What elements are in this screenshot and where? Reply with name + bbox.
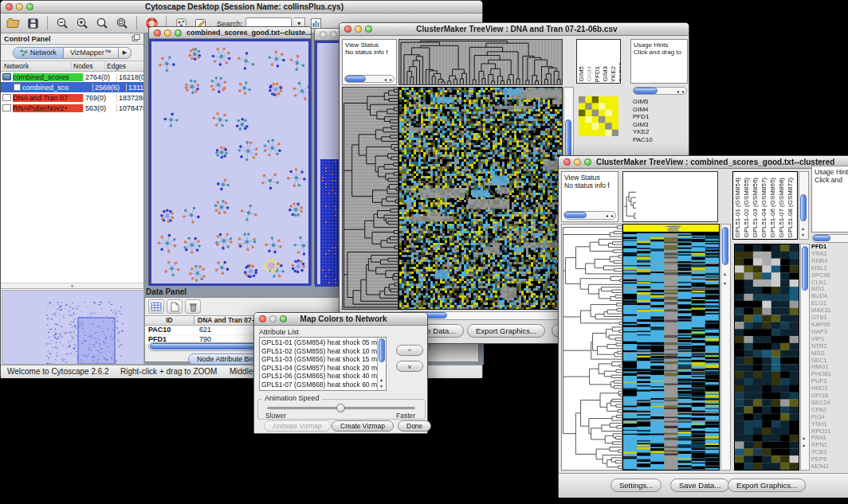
save-session-button[interactable] (24, 15, 41, 31)
tv1-export-graphics-button[interactable]: Export Graphics... (467, 324, 545, 338)
column-label[interactable]: YKE2 (610, 66, 617, 82)
network-list-row[interactable]: combined_scores 2764(0) 16218(0) (1, 72, 143, 82)
gene-label[interactable]: GIM3 (633, 121, 687, 129)
network-list-row[interactable]: RNAPuberNov2+ 563(0) 107847(0) (1, 103, 143, 113)
tv2-heatmap[interactable] (622, 224, 720, 471)
new-attribute-icon[interactable] (167, 299, 183, 314)
done-button[interactable]: Done (398, 420, 431, 432)
tab-more-icon[interactable]: ▶ (119, 47, 132, 59)
tv1-labels-hscrollbar[interactable]: ◂ ▸ (633, 87, 687, 95)
gene-label[interactable]: GIM5 (633, 98, 687, 106)
zoom-fit-button[interactable] (113, 15, 131, 31)
tv2-usage-hscrollbar[interactable] (812, 234, 848, 243)
treeview1-titlebar[interactable]: ClusterMaker TreeView : DNA and Tran 07-… (340, 23, 689, 36)
tv2-heatmap-vscrollbar[interactable]: ▴ ▾ (720, 224, 731, 471)
move-up-button[interactable]: ^ (396, 345, 423, 356)
network-canvas[interactable] (149, 39, 311, 286)
treeview2-titlebar[interactable]: ClusterMaker TreeView : combined_scores_… (559, 156, 848, 169)
tab-network[interactable]: Network (13, 47, 64, 59)
scroll-left-icon[interactable]: ◂ (677, 88, 679, 95)
attribute-list-item[interactable]: GPL51-01 (GSM854) heat shock 05 min (261, 338, 384, 347)
zoom-button[interactable] (280, 315, 287, 322)
float-panel-icon[interactable] (132, 34, 140, 44)
tv1-heatmap[interactable] (398, 87, 563, 310)
gene-label[interactable]: GIM4 (633, 106, 687, 114)
tv2-row-dendrogram[interactable] (561, 224, 622, 471)
attribute-list-item[interactable]: GPL51-04 (GSM857) heat shock 20 min (261, 364, 384, 373)
zoom-button[interactable] (365, 25, 372, 33)
scroll-down-icon[interactable]: ▾ (803, 443, 805, 449)
attribute-list-vscrollbar[interactable]: ▴ ▾ (377, 338, 386, 390)
scroll-left-icon[interactable]: ◂ (384, 76, 387, 83)
minimize-button[interactable] (16, 3, 23, 10)
close-button[interactable] (344, 25, 351, 33)
slider-thumb[interactable] (336, 404, 345, 412)
scroll-left-icon[interactable]: ◂ (606, 213, 608, 219)
attribute-list-item[interactable]: GPL51-03 (GSM856) heat shock 15 min (261, 355, 384, 364)
scroll-right-icon[interactable]: ▸ (390, 76, 392, 83)
column-label[interactable]: GPL51-01 (GSM854) (734, 178, 741, 238)
scroll-down-icon[interactable]: ▾ (380, 383, 383, 389)
attribute-select-icon[interactable] (148, 299, 164, 314)
gene-label[interactable]: MON2 (811, 463, 848, 471)
zoom-in-button[interactable] (73, 15, 91, 31)
zoom-button[interactable] (175, 29, 182, 37)
minimize-button[interactable] (355, 25, 362, 33)
tv2-gene-vscrollbar[interactable]: ▴ ▾ (800, 244, 810, 471)
tv1-status-hscrollbar[interactable]: ◂ ▸ (344, 75, 395, 83)
minimize-button[interactable] (330, 31, 337, 38)
minimize-button[interactable] (574, 158, 581, 166)
close-button[interactable] (320, 31, 327, 38)
network-list-row[interactable]: combined_sco 2569(6) 13112(15) (1, 82, 143, 92)
tv2-export-graphics-button[interactable]: Export Graphics... (728, 479, 806, 492)
attribute-list-item[interactable]: GPL51-06 (GSM865) heat shock 40 min (261, 372, 384, 381)
column-label[interactable]: GPL51-08 (GSM872) (787, 178, 794, 238)
scroll-down-icon[interactable]: ▾ (802, 232, 804, 238)
gene-label[interactable]: PFD1 (633, 113, 687, 121)
close-button[interactable] (259, 315, 266, 322)
network-overview-canvas[interactable] (2, 290, 144, 365)
main-titlebar[interactable]: Cytoscape Desktop (Session Name: collins… (1, 1, 482, 14)
gene-label[interactable]: PAC10 (633, 136, 687, 144)
close-button[interactable] (154, 29, 161, 37)
column-label[interactable]: PAC10 (618, 62, 621, 82)
move-down-button[interactable]: v (396, 361, 423, 372)
scroll-down-icon[interactable]: ▾ (724, 280, 726, 287)
scroll-up-icon[interactable]: ▴ (380, 377, 383, 383)
close-button[interactable] (563, 158, 571, 166)
column-label[interactable]: GIM5 (578, 66, 585, 82)
tv2-zoom-heatmap[interactable] (734, 244, 799, 471)
network-window1-titlebar[interactable]: combined_scores_good.txt--cluste... (149, 27, 311, 39)
data-col-id[interactable]: ID (145, 316, 194, 325)
network-list-row[interactable]: DNA and Tran 07 769(0) 183728(0) (1, 92, 143, 103)
scroll-right-icon[interactable]: ▸ (682, 88, 685, 95)
zoom-button[interactable] (26, 3, 33, 10)
tab-vizmapper[interactable]: VizMapper™ (64, 47, 119, 59)
scroll-up-icon[interactable]: ▴ (724, 271, 726, 277)
animate-vizmap-button[interactable]: Animate Vizmap (264, 420, 331, 432)
column-label[interactable]: GPL51-02 (GSM855) (743, 178, 750, 238)
tv2-labels-vscrollbar[interactable]: ▴ ▾ (799, 171, 809, 240)
attribute-list-item[interactable]: GPL51-07 (GSM868) heat shock 60 min (261, 381, 384, 389)
tv2-settings-button[interactable]: Settings... (610, 479, 662, 492)
zoom-button[interactable] (584, 158, 591, 166)
minimize-button[interactable] (269, 315, 277, 322)
column-label[interactable]: GIM3 (602, 66, 609, 82)
scroll-up-icon[interactable]: ▴ (802, 225, 804, 232)
zoom-out-button[interactable] (53, 15, 71, 31)
close-button[interactable] (6, 3, 13, 10)
column-label[interactable]: GPL51-07 (GSM868) (778, 178, 785, 238)
tv2-save-data-button[interactable]: Save Data... (670, 479, 729, 492)
column-label[interactable]: GIM4 (586, 66, 593, 82)
zoom-selected-button[interactable] (93, 15, 111, 31)
minimize-button[interactable] (164, 29, 171, 37)
tv1-row-dendrogram[interactable] (342, 87, 398, 310)
column-label[interactable]: GPL51-03 (GSM856) (752, 178, 759, 238)
open-session-button[interactable] (4, 15, 22, 31)
attribute-listbox[interactable]: GPL51-01 (GSM854) heat shock 05 minGPL51… (259, 337, 387, 391)
scroll-right-icon[interactable]: ▸ (611, 213, 614, 219)
scroll-up-icon[interactable]: ▴ (803, 435, 805, 441)
column-label[interactable]: PFD1 (594, 66, 601, 82)
attribute-list-item[interactable]: GPL51-02 (GSM855) heat shock 10 min (261, 347, 384, 356)
tv1-mini-heatmap[interactable] (579, 96, 618, 136)
